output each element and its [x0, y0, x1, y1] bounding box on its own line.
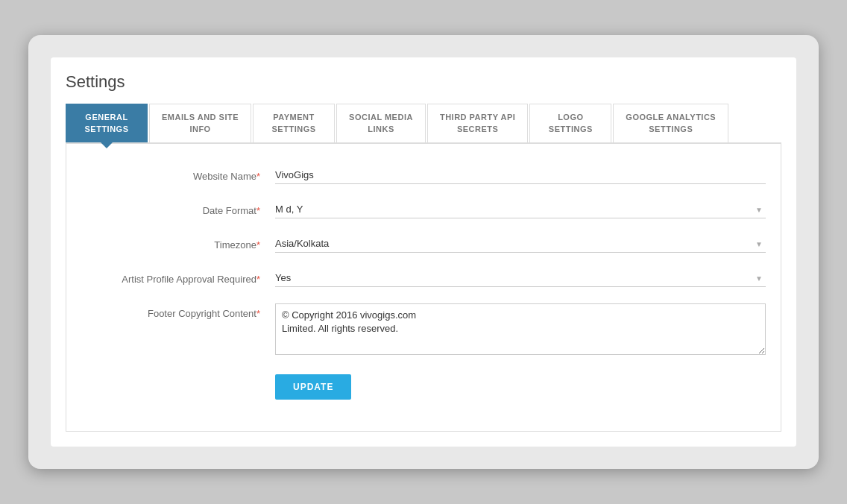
website-name-control — [275, 166, 766, 184]
update-button[interactable]: UPDATE — [275, 374, 351, 400]
artist-approval-control: Yes ▼ — [275, 269, 766, 287]
date-format-required: * — [256, 205, 260, 216]
timezone-required: * — [256, 239, 260, 251]
date-format-row: Date Format* M d, Y ▼ — [81, 201, 766, 218]
tab-payment-settings[interactable]: PAYMENTSETTINGS — [253, 104, 335, 142]
timezone-select-wrapper[interactable]: Asia/Kolkata ▼ — [275, 235, 766, 253]
timezone-control: Asia/Kolkata ▼ — [275, 235, 766, 253]
timezone-row: Timezone* Asia/Kolkata ▼ — [81, 235, 766, 253]
tab-logo-settings[interactable]: LOGOSETTINGS — [529, 104, 611, 142]
tab-third-party-api-secrets[interactable]: THIRD PARTY APISECRETS — [427, 104, 528, 142]
date-format-label: Date Format* — [81, 201, 275, 216]
date-format-control: M d, Y ▼ — [275, 201, 766, 218]
footer-copyright-label: Footer Copyright Content* — [81, 303, 275, 319]
footer-copyright-row: Footer Copyright Content* © Copyright 20… — [81, 303, 766, 358]
artist-approval-select-wrapper[interactable]: Yes ▼ — [275, 269, 766, 287]
tab-social-media-links[interactable]: SOCIAL MEDIALINKS — [336, 104, 426, 142]
submit-row: UPDATE — [81, 374, 766, 400]
tab-general-settings[interactable]: GENERALSETTINGS — [66, 104, 148, 142]
artist-approval-required: * — [256, 274, 260, 285]
date-format-select-display: M d, Y — [275, 201, 766, 218]
tab-google-analytics-settings[interactable]: GOOGLE ANALYTICSSETTINGS — [613, 104, 728, 142]
screen-wrapper: Settings GENERALSETTINGS EMAILS AND SITE… — [28, 35, 819, 468]
artist-approval-row: Artist Profile Approval Required* Yes ▼ — [81, 269, 766, 287]
timezone-select-display: Asia/Kolkata — [275, 235, 766, 253]
website-name-row: Website Name* — [81, 166, 766, 184]
form-area: Website Name* Date Format* M d, Y ▼ — [66, 144, 781, 432]
website-name-required: * — [256, 171, 260, 182]
artist-approval-label: Artist Profile Approval Required* — [81, 269, 275, 285]
website-name-input[interactable] — [275, 166, 766, 184]
tabs-bar: GENERALSETTINGS EMAILS AND SITEINFO PAYM… — [66, 104, 781, 144]
footer-copyright-textarea[interactable]: © Copyright 2016 vivogigs.com Limited. A… — [275, 303, 766, 355]
date-format-select-wrapper[interactable]: M d, Y ▼ — [275, 201, 766, 218]
timezone-label: Timezone* — [81, 235, 275, 251]
tab-emails-site-info[interactable]: EMAILS AND SITEINFO — [149, 104, 251, 142]
website-name-label: Website Name* — [81, 166, 275, 182]
settings-container: Settings GENERALSETTINGS EMAILS AND SITE… — [51, 57, 796, 446]
footer-copyright-control: © Copyright 2016 vivogigs.com Limited. A… — [275, 303, 766, 358]
footer-copyright-required: * — [256, 308, 260, 319]
artist-approval-select-display: Yes — [275, 269, 766, 287]
page-title: Settings — [66, 72, 781, 92]
